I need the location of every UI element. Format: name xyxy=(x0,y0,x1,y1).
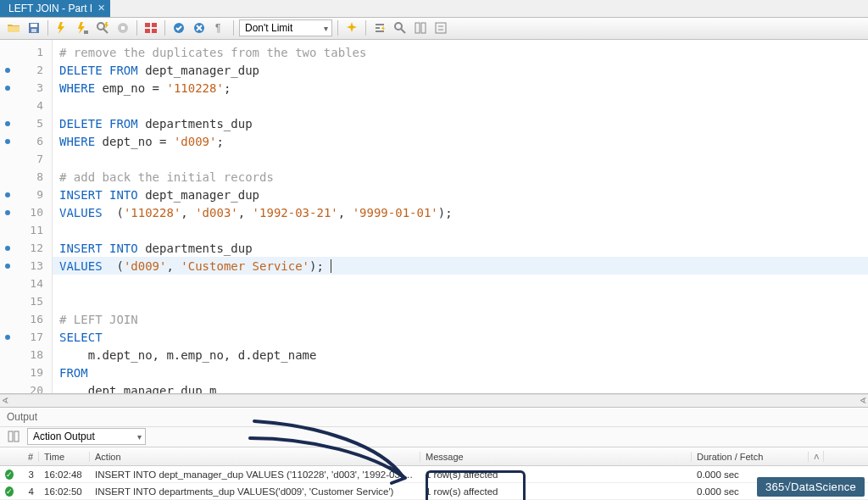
row-time: 16:02:48 xyxy=(39,469,90,480)
open-file-button[interactable] xyxy=(5,19,22,36)
word-wrap-button[interactable] xyxy=(432,19,449,36)
svg-line-16 xyxy=(401,29,405,33)
code-line[interactable]: # remove the duplicates from the two tab… xyxy=(53,43,868,61)
line-number: 9 xyxy=(0,186,52,203)
rollback-button[interactable] xyxy=(191,19,208,36)
row-action: INSERT INTO departments_dup VALUES('d009… xyxy=(90,486,420,497)
code-line[interactable]: DELETE FROM dept_manager_dup xyxy=(53,61,868,79)
tab-title: LEFT JOIN - Part I xyxy=(8,3,92,14)
limit-rows-select[interactable]: Don't Limit xyxy=(239,19,332,36)
code-line[interactable]: SELECT xyxy=(53,328,868,346)
col-num[interactable]: # xyxy=(19,452,39,462)
search-button[interactable] xyxy=(392,19,409,36)
row-num: 3 xyxy=(19,469,39,480)
col-duration[interactable]: Duration / Fetch xyxy=(692,452,809,462)
line-number: 15 xyxy=(0,292,52,310)
svg-point-15 xyxy=(395,23,402,30)
code-line[interactable] xyxy=(53,97,868,114)
row-num: 4 xyxy=(19,486,39,497)
code-line[interactable]: dept_manager_dup m xyxy=(53,381,868,393)
execute-button[interactable] xyxy=(53,19,70,36)
code-line[interactable] xyxy=(53,221,868,239)
svg-rect-20 xyxy=(8,431,13,442)
line-number: 4 xyxy=(0,97,52,114)
row-action: INSERT INTO dept_manager_dup VALUES ('11… xyxy=(90,469,420,480)
row-message: 1 row(s) affected xyxy=(420,469,692,480)
svg-rect-8 xyxy=(145,23,150,27)
tab-bar: LEFT JOIN - Part I ✕ xyxy=(0,0,868,18)
toggle-autocommit-button[interactable] xyxy=(142,19,159,36)
code-line[interactable]: INSERT INTO dept_manager_dup xyxy=(53,186,868,203)
code-line[interactable] xyxy=(53,275,868,292)
code-line[interactable]: # add back the initial records xyxy=(53,168,868,186)
explain-button[interactable] xyxy=(94,19,111,36)
status-icon: ✓ xyxy=(0,469,19,480)
line-number: 1 xyxy=(0,43,52,61)
code-line[interactable]: VALUES ('d009', 'Customer Service'); xyxy=(53,257,868,275)
code-line[interactable]: m.dept_no, m.emp_no, d.dept_name xyxy=(53,346,868,364)
code-line[interactable]: # LEFT JOIN xyxy=(53,310,868,328)
svg-text:¶: ¶ xyxy=(215,22,220,34)
code-area[interactable]: # remove the duplicates from the two tab… xyxy=(53,40,868,393)
separator xyxy=(164,20,165,36)
find-button[interactable] xyxy=(371,19,388,36)
code-line[interactable]: INSERT INTO departments_dup xyxy=(53,239,868,257)
code-line[interactable]: WHERE emp_no = '110228'; xyxy=(53,79,868,97)
code-line[interactable]: WHERE dept_no = 'd009'; xyxy=(53,132,868,150)
line-number: 12 xyxy=(0,239,52,257)
col-action[interactable]: Action xyxy=(90,452,420,462)
col-scroll-indicator: ʌ xyxy=(809,451,824,462)
output-table-header: # Time Action Message Duration / Fetch ʌ xyxy=(0,447,868,466)
svg-point-4 xyxy=(97,23,104,30)
row-message: 1 row(s) affected xyxy=(420,486,692,497)
toolbar: ¶ Don't Limit xyxy=(0,18,868,40)
line-number: 14 xyxy=(0,275,52,292)
output-layout-button[interactable] xyxy=(5,428,22,445)
save-button[interactable] xyxy=(25,19,42,36)
code-line[interactable]: VALUES ('110228', 'd003', '1992-03-21', … xyxy=(53,203,868,221)
line-number: 7 xyxy=(0,150,52,168)
output-row[interactable]: ✓416:02:50INSERT INTO departments_dup VA… xyxy=(0,483,868,500)
code-line[interactable] xyxy=(53,150,868,168)
separator xyxy=(337,20,338,36)
code-line[interactable]: FROM xyxy=(53,364,868,381)
svg-line-5 xyxy=(103,29,108,33)
separator xyxy=(136,20,137,36)
toggle-invisible-button[interactable] xyxy=(412,19,429,36)
svg-rect-17 xyxy=(415,23,420,33)
code-line[interactable]: DELETE FROM departments_dup xyxy=(53,114,868,132)
watermark: 365√DataScience xyxy=(757,477,865,497)
line-number: 13 xyxy=(0,257,52,275)
col-time[interactable]: Time xyxy=(39,452,90,462)
separator xyxy=(233,20,234,36)
code-line[interactable] xyxy=(53,292,868,310)
limit-rows-value: Don't Limit xyxy=(245,22,292,34)
svg-rect-19 xyxy=(436,23,446,33)
horizontal-scrollbar[interactable]: ∢∢ xyxy=(0,394,868,407)
sql-editor[interactable]: 123456789101112131415161718192021 # remo… xyxy=(0,40,868,394)
line-number: 5 xyxy=(0,114,52,132)
line-number: 6 xyxy=(0,132,52,150)
output-table: # Time Action Message Duration / Fetch ʌ… xyxy=(0,447,868,500)
commit-button[interactable] xyxy=(170,19,187,36)
output-type-select[interactable]: Action Output xyxy=(27,428,146,445)
svg-rect-1 xyxy=(31,24,37,27)
toggle-whitespace-button[interactable]: ¶ xyxy=(211,19,228,36)
close-icon[interactable]: ✕ xyxy=(97,3,105,14)
output-type-value: Action Output xyxy=(33,431,95,442)
stop-button[interactable] xyxy=(114,19,131,36)
svg-rect-3 xyxy=(84,31,88,34)
output-row[interactable]: ✓316:02:48INSERT INTO dept_manager_dup V… xyxy=(0,466,868,483)
col-message[interactable]: Message xyxy=(420,452,692,462)
execute-current-button[interactable] xyxy=(74,19,91,36)
tab-left-join[interactable]: LEFT JOIN - Part I ✕ xyxy=(0,0,110,17)
line-number: 19 xyxy=(0,364,52,381)
line-number: 3 xyxy=(0,79,52,97)
line-number: 17 xyxy=(0,328,52,346)
beautify-button[interactable] xyxy=(343,19,360,36)
separator xyxy=(365,20,366,36)
line-number: 11 xyxy=(0,221,52,239)
line-number: 16 xyxy=(0,310,52,328)
text-caret xyxy=(331,259,331,273)
separator xyxy=(47,20,48,36)
